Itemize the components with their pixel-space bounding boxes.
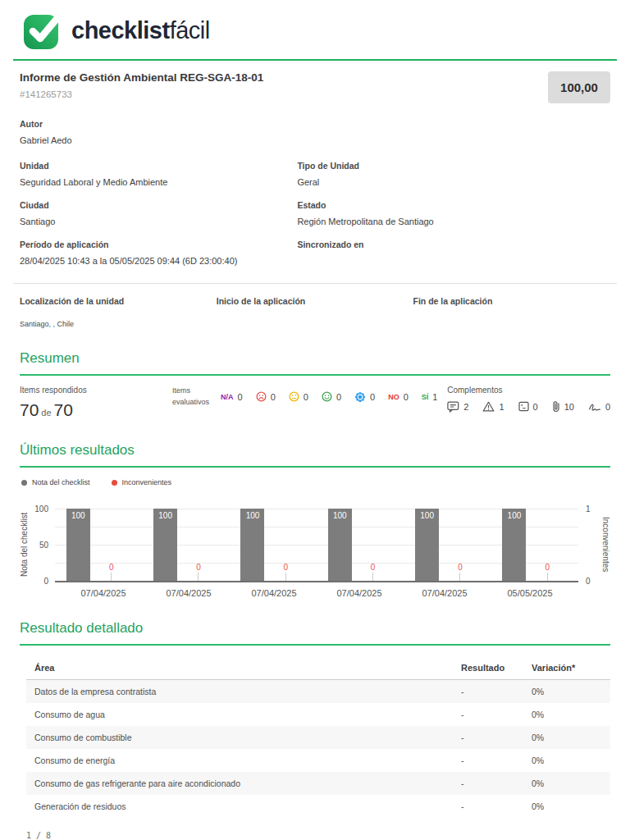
table-row: Consumo de agua-0%: [26, 703, 610, 726]
y-tick-left: 0: [43, 577, 48, 586]
x-axis-labels: 07/04/202507/04/202507/04/202507/04/2025…: [20, 588, 610, 598]
resumen-rule: [20, 374, 610, 376]
x-axis-tick-label: 07/04/2025: [402, 588, 487, 598]
header-rule: [13, 59, 617, 61]
cell-variacion: 0%: [532, 733, 602, 742]
bar-group: 1000: [317, 509, 404, 581]
x-axis-tick-label: 07/04/2025: [146, 588, 231, 598]
field-label: Autor: [20, 119, 610, 129]
no-label: NO0: [388, 392, 409, 402]
field-value: Región Metropolitana de Santiago: [297, 217, 610, 226]
point-value-label: 0: [541, 563, 553, 572]
cell-variacion: 0%: [532, 756, 602, 765]
si-label: SÍ1: [422, 392, 438, 402]
bar-value-label: 100: [153, 511, 177, 520]
column-header-area: Área: [34, 663, 461, 673]
table-row: Consumo de combustible-0%: [26, 726, 610, 749]
field-inicio-aplicacion: Inicio de la aplicación: [217, 296, 413, 328]
field-label: Período de aplicación: [20, 240, 297, 249]
column-header-resultado: Resultado: [461, 663, 532, 673]
resumen-title: Resumen: [20, 350, 610, 367]
evaluativo-count: 0: [304, 392, 308, 402]
items-respondidos: Items respondidos 70de70: [20, 386, 172, 420]
field-localizacion: Localización de la unidad Santiago, , Ch…: [20, 296, 217, 328]
complemento-count: 0: [533, 402, 538, 412]
resultado-detallado-title: Resultado detallado: [20, 620, 610, 637]
y-tick-right: 0: [586, 577, 591, 586]
cell-area: Consumo de energía: [34, 756, 461, 765]
y-axis-label-right: Inconvenientes: [601, 509, 610, 581]
y-axis-ticks-right: 10: [578, 509, 601, 581]
section-divider: [13, 283, 617, 284]
complemento-count: 1: [499, 402, 504, 412]
nota-bar: 100: [502, 509, 526, 581]
column-header-variacion: Variación*: [532, 663, 602, 673]
field-value: Santiago, , Chile: [20, 320, 217, 328]
field-tipo-unidad: Tipo de Unidad Geral: [297, 161, 610, 187]
evaluativo-count: 1: [432, 392, 437, 402]
location-row: Localización de la unidad Santiago, , Ch…: [20, 296, 610, 328]
field-unidad: Unidad Seguridad Laboral y Medio Ambient…: [20, 161, 297, 187]
evaluativo-count: 0: [238, 392, 243, 402]
inconvenientes-point: 0: [541, 563, 553, 581]
evaluativos-items: N/A00000NO0SÍ1: [221, 391, 437, 403]
field-label: Inicio de la aplicación: [217, 296, 413, 306]
nota-bar: 100: [240, 509, 264, 581]
x-axis-tick-label: 05/05/2025: [487, 588, 573, 598]
point-stem: [372, 573, 373, 581]
nota-bar: 100: [415, 509, 439, 581]
cell-area: Generación de residuos: [34, 801, 461, 811]
table-body: Datos de la empresa contratista-0%Consum…: [26, 680, 610, 818]
nota-bar: 100: [66, 509, 90, 581]
complemento-count: 0: [605, 402, 610, 412]
items-respondidos-label: Items respondidos: [20, 386, 172, 395]
field-label: Localización de la unidad: [20, 296, 217, 306]
bar-value-label: 100: [240, 511, 264, 520]
x-axis-pad-right: [573, 588, 610, 598]
warning-icon: 1: [482, 400, 504, 413]
results-bar-chart: Nota del checklist 100500 10001000100010…: [20, 509, 610, 582]
field-value: 28/04/2025 10:43 a la 05/05/2025 09:44 (…: [20, 256, 297, 266]
y-tick-left: 100: [34, 504, 48, 514]
inconvenientes-point: 0: [106, 563, 117, 581]
point-stem: [459, 573, 460, 581]
report-number: #141265733: [20, 89, 263, 99]
evaluativo-count: 0: [404, 392, 409, 402]
bar-value-label: 100: [502, 511, 526, 520]
cell-variacion: 0%: [532, 710, 602, 719]
app-wordmark: checklistfácil: [71, 17, 210, 44]
items-evaluativos: Items evaluativos N/A00000NO0SÍ1: [172, 386, 437, 408]
answered-count: 70: [20, 400, 39, 419]
legend-label: Nota del checklist: [32, 478, 90, 486]
point-stem: [111, 573, 112, 581]
attachment-icon: 10: [552, 400, 574, 413]
cell-resultado: -: [461, 710, 532, 719]
metadata-grid: Unidad Seguridad Laboral y Medio Ambient…: [20, 161, 610, 266]
cell-resultado: -: [461, 801, 532, 811]
comment-icon: 2: [447, 400, 468, 413]
score-badge: 100,00: [548, 71, 610, 103]
field-fin-aplicacion: Fin de la aplicación: [413, 296, 610, 328]
wordmark-light: fácil: [170, 17, 210, 43]
legend-item-nota: Nota del checklist: [21, 478, 90, 486]
point-value-label: 0: [454, 563, 466, 572]
complemento-count: 2: [463, 402, 468, 412]
image-icon: 0: [518, 400, 538, 413]
point-stem: [547, 573, 548, 581]
x-axis-label-row: 07/04/202507/04/202507/04/202507/04/2025…: [61, 588, 573, 598]
page-number: 1 / 8: [26, 831, 610, 840]
evaluativos-label-line2: evaluativos: [172, 397, 209, 409]
point-stem: [198, 573, 199, 581]
field-label: Tipo de Unidad: [297, 161, 610, 171]
cell-area: Consumo de combustible: [34, 733, 461, 742]
app-logo: checklistfácil: [20, 0, 610, 57]
x-axis-pad-left: [20, 588, 61, 598]
y-axis-ticks-left: 100500: [29, 509, 55, 581]
signature-icon: 0: [588, 400, 610, 413]
table-row: Consumo de energía-0%: [26, 749, 610, 772]
si-label: SÍ: [422, 393, 429, 401]
image-icon: [518, 401, 529, 412]
field-ciudad: Ciudad Santiago: [20, 200, 297, 226]
field-estado: Estado Región Metropolitana de Santiago: [297, 200, 610, 226]
bar-value-label: 100: [66, 511, 90, 520]
